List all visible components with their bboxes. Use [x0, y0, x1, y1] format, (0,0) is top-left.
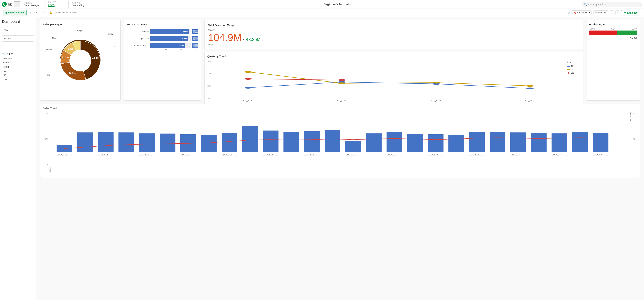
search-icon: 🔍 — [584, 3, 587, 6]
expand-icon-button[interactable]: ⤢ — [28, 10, 33, 15]
bar-18 — [407, 134, 423, 152]
nav-prepare[interactable]: Prepare Data manager — [21, 1, 44, 8]
sheets-icon: ☰ — [595, 12, 597, 14]
profit-axis: -50.0% 0.0% 50.0% — [589, 28, 637, 30]
nav-analyze[interactable]: Analyze Sheet — [45, 1, 68, 8]
sales-amount: 104.9M - 43.25M - — [208, 32, 580, 43]
bar-27 — [593, 133, 608, 152]
dot-2013-q2 — [338, 82, 346, 84]
line-2013 — [248, 72, 530, 86]
x-27: 2014-... — [593, 154, 608, 156]
row1: Sales per Region — [40, 20, 640, 100]
bar-23 — [510, 132, 526, 152]
row2: Sales Trend 5M 2.5M 0 Sales — [40, 104, 640, 178]
selections-label: No selections applied — [56, 12, 77, 14]
bar-fill-paracel: 5.69M — [150, 29, 189, 34]
ask-insight-advisor-search[interactable]: 🔍 Ask Insight Advisor — [582, 2, 642, 7]
x-9: 2012-... — [222, 154, 237, 156]
bar-row-pagewave: PageWave 5.63M — [127, 36, 198, 41]
bookmarks-button[interactable]: 🔖 Bookmarks ▾ — [572, 10, 592, 15]
pie-label-nordic: Nordic — [52, 37, 58, 40]
x-5: 2012-... — [139, 154, 155, 156]
sales-trend-chart-area: 2012-... 2012-... 2012-... 2012-... 2012… — [52, 112, 629, 172]
bar-26 — [572, 132, 588, 152]
bar-row-deak: Deak-Perera Group. 5.11M — [127, 43, 198, 48]
bar-3 — [98, 132, 114, 152]
sales-per-region-title: Sales per Region — [43, 23, 118, 26]
top5-customers-card: Top 5 Customers Paracel 5.69M — [124, 20, 201, 100]
bar-track-pagewave: 5.63M — [150, 36, 191, 41]
bar-track-paracel: 5.69M — [150, 29, 191, 34]
insight-advisor-button[interactable]: ◈ Insight Advisor — [3, 10, 26, 16]
bar-row-paracel: Paracel 5.69M — [127, 29, 198, 34]
dot-2012-q1 — [244, 87, 252, 88]
chevron-down-icon: ▾ — [589, 12, 590, 14]
region-usa[interactable]: USA — [2, 77, 34, 82]
profit-margin-title: Profit Margin — [589, 23, 637, 26]
more-filters[interactable]: ··· — [2, 44, 34, 49]
x-23: 2014-... — [510, 154, 526, 156]
sales-quarterly-section: Total Sales and Margin Sales 104.9M - 43… — [204, 20, 583, 100]
trend-y-right-label: Margin (%) — [630, 112, 632, 172]
x-13: 2013-... — [304, 154, 320, 156]
profit-bar-track — [589, 30, 637, 35]
margin-label: Margin — [208, 44, 580, 46]
year-filter[interactable]: Year — [2, 27, 34, 33]
x-15: 2013-... — [346, 154, 361, 156]
undo-button[interactable]: ↩ — [34, 10, 40, 15]
region-nordic[interactable]: Nordic — [2, 65, 34, 69]
trend-y-right: 46 41 36 — [632, 112, 637, 172]
bar-label-pagewave: PageWave — [127, 38, 149, 40]
pie-canvas — [55, 34, 106, 85]
bar-fill-deak: 5.11M — [150, 43, 185, 48]
x-7: 2012-... — [180, 154, 196, 156]
x-q2: Q2 — [337, 99, 347, 102]
bar-2 — [77, 132, 93, 152]
profit-bar-positive — [617, 30, 637, 35]
quarter-filter[interactable]: Quarter — [2, 36, 34, 42]
bar-5 — [139, 133, 155, 152]
bar-4 — [118, 132, 134, 152]
bar-19 — [428, 134, 443, 152]
edit-sheet-button[interactable]: ✏ Edit sheet — [621, 10, 641, 16]
sidebar: Dashboard Year Quarter ··· 🔍 Region Germ… — [0, 17, 36, 300]
bar-20 — [448, 135, 464, 152]
region-germany[interactable]: Germany — [2, 56, 34, 60]
x-17: 2013-... — [387, 154, 402, 156]
edit-icon: ✏ — [624, 12, 626, 14]
mini-chart-deak — [192, 43, 198, 48]
pie-label-uk: UK — [47, 74, 50, 76]
region-uk[interactable]: UK — [2, 73, 34, 77]
region-japan[interactable]: Japan — [2, 60, 34, 65]
x-19: 2013-... — [428, 154, 443, 156]
nav-more-button[interactable]: ••• — [14, 2, 20, 7]
total-sales-card: Total Sales and Margin Sales 104.9M - 43… — [204, 20, 583, 49]
dot-2014-q2 — [338, 79, 346, 81]
region-spain[interactable]: Spain — [2, 69, 34, 73]
legend-title: Year — [567, 61, 580, 64]
bar-track-deak: 5.11M — [150, 43, 191, 48]
sheets-button[interactable]: ☰ Sheets ▾ — [593, 10, 608, 15]
x-1: 2012-... — [57, 154, 72, 156]
nav-prev-button[interactable]: ‹ — [610, 10, 614, 15]
nav-next-button[interactable]: › — [616, 10, 619, 15]
quarterly-title: Quarterly Trend — [207, 55, 580, 58]
lock-button[interactable]: 🔒 — [48, 10, 54, 15]
bar-chart: Paracel 5.69M — [127, 28, 198, 48]
qlik-icon: Q — [2, 2, 7, 7]
legend-2013: 2013 — [567, 68, 580, 71]
grid-view-button[interactable]: ⊞ — [567, 11, 570, 15]
bar-24 — [531, 133, 546, 152]
profit-pct-value: 41.3% — [589, 36, 637, 39]
quarterly-y-axis: 14M 12M 10M 8M — [207, 60, 212, 103]
content-area: Sales per Region — [36, 17, 644, 300]
nav-narrate[interactable]: Narrate Storytelling — [69, 1, 93, 8]
toolbar-right: ⊞ 🔖 Bookmarks ▾ ☰ Sheets ▾ ‹ › ✏ Edit sh… — [567, 10, 641, 16]
profit-bar-negative — [589, 30, 617, 35]
total-sales-title: Total Sales and Margin — [208, 24, 580, 26]
redo-button[interactable]: ↪ — [41, 10, 46, 15]
x-25: 2014-... — [552, 154, 567, 156]
bar-11 — [263, 131, 278, 152]
qlik-wordmark: lik — [8, 2, 12, 6]
app-title[interactable]: Beginner's tutorial ▾ — [94, 3, 581, 6]
